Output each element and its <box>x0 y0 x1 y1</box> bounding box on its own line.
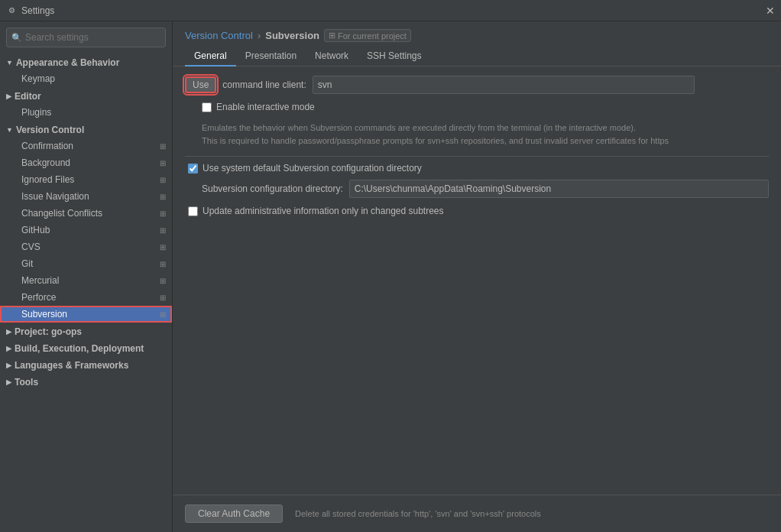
copy-icon: ⊞ <box>160 209 166 218</box>
tab-content-general: Use command line client: Enable interact… <box>173 66 781 495</box>
sidebar-item-label: Issue Navigation <box>21 191 89 202</box>
sidebar-item-git[interactable]: Git ⊞ <box>0 255 172 272</box>
project-badge: ⊞ For current project <box>324 29 411 42</box>
title-bar: ⚙ Settings ✕ <box>0 0 781 21</box>
command-line-row: Use command line client: <box>185 76 769 94</box>
clear-auth-hint: Delete all stored credentials for 'http'… <box>295 509 541 518</box>
sidebar-item-label: Perforce <box>21 292 56 303</box>
copy-icon: ⊞ <box>160 310 166 319</box>
title-bar-left: ⚙ Settings <box>6 5 54 16</box>
tabs-bar: General Presentation Network SSH Setting… <box>173 47 781 66</box>
sidebar-item-changelist-conflicts[interactable]: Changelist Conflicts ⊞ <box>0 205 172 222</box>
sidebar: 🔍 ▼ Appearance & Behavior Keymap ▶ Edito… <box>0 21 173 532</box>
expand-arrow: ▶ <box>6 92 11 100</box>
clear-auth-cache-button[interactable]: Clear Auth Cache <box>185 504 283 523</box>
copy-icon: ⊞ <box>160 193 166 201</box>
expand-arrow: ▼ <box>6 59 13 66</box>
breadcrumb-vc-link[interactable]: Version Control <box>185 30 253 41</box>
config-dir-row: Subversion configuration directory: <box>185 180 769 198</box>
copy-icon: ⊞ <box>160 277 166 285</box>
use-button[interactable]: Use <box>185 76 216 93</box>
search-input[interactable] <box>25 32 160 43</box>
sidebar-item-label: Keymap <box>21 73 55 84</box>
sidebar-item-plugins[interactable]: Plugins <box>0 104 172 121</box>
expand-arrow: ▶ <box>6 378 11 386</box>
update-admin-label: Update administrative information only i… <box>203 206 444 216</box>
sidebar-item-label: Version Control <box>16 125 84 135</box>
expand-arrow: ▶ <box>6 345 11 352</box>
badge-icon: ⊞ <box>329 31 335 41</box>
divider <box>185 156 769 157</box>
sidebar-item-github[interactable]: GitHub ⊞ <box>0 222 172 238</box>
sidebar-item-languages-frameworks[interactable]: ▶ Languages & Frameworks <box>0 356 172 373</box>
use-system-default-row: Use system default Subversion configurat… <box>185 163 769 174</box>
sidebar-item-label: Mercurial <box>21 275 59 286</box>
info-line-1: Emulates the behavior when Subversion co… <box>202 122 769 135</box>
sidebar-item-confirmation[interactable]: Confirmation ⊞ <box>0 138 172 154</box>
breadcrumb-current: Subversion <box>265 30 319 41</box>
bottom-section: Clear Auth Cache Delete all stored crede… <box>173 495 781 532</box>
sidebar-item-mercurial[interactable]: Mercurial ⊞ <box>0 272 172 289</box>
config-dir-input[interactable] <box>349 180 769 198</box>
sidebar-item-editor[interactable]: ▶ Editor <box>0 87 172 104</box>
sidebar-item-label: Background <box>21 157 70 168</box>
sidebar-item-label: Git <box>21 258 33 269</box>
content-area-wrapper: Version Control › Subversion ⊞ For curre… <box>173 21 781 532</box>
sidebar-item-label: GitHub <box>21 225 50 235</box>
badge-text: For current project <box>338 31 407 41</box>
sidebar-item-cvs[interactable]: CVS ⊞ <box>0 238 172 255</box>
tab-presentation[interactable]: Presentation <box>236 47 306 66</box>
tab-ssh-settings[interactable]: SSH Settings <box>358 47 430 66</box>
info-block: Emulates the behavior when Subversion co… <box>185 118 769 150</box>
expand-arrow: ▼ <box>6 126 13 134</box>
search-box[interactable]: 🔍 <box>6 28 166 47</box>
update-admin-row: Update administrative information only i… <box>185 206 769 216</box>
main-layout: 🔍 ▼ Appearance & Behavior Keymap ▶ Edito… <box>0 21 781 532</box>
sidebar-item-build-execution[interactable]: ▶ Build, Execution, Deployment <box>0 339 172 356</box>
enable-interactive-checkbox[interactable] <box>202 102 212 112</box>
tab-general[interactable]: General <box>185 47 236 66</box>
sidebar-item-label: Tools <box>15 377 38 388</box>
sidebar-item-label: Editor <box>15 91 41 102</box>
sidebar-item-label: Confirmation <box>21 141 73 151</box>
sidebar-item-label: Build, Execution, Deployment <box>15 343 144 354</box>
search-icon: 🔍 <box>11 33 22 43</box>
breadcrumb-separator: › <box>258 30 261 41</box>
sidebar-item-label: Languages & Frameworks <box>15 360 128 371</box>
enable-interactive-row: Enable interactive mode <box>185 102 769 112</box>
sidebar-item-label: CVS <box>21 242 41 252</box>
content: Version Control › Subversion ⊞ For curre… <box>173 21 781 532</box>
sidebar-item-project-go-ops[interactable]: ▶ Project: go-ops <box>0 323 172 339</box>
copy-icon: ⊞ <box>160 294 166 302</box>
sidebar-item-keymap[interactable]: Keymap <box>0 70 172 87</box>
sidebar-item-background[interactable]: Background ⊞ <box>0 154 172 171</box>
copy-icon: ⊞ <box>160 176 166 184</box>
sidebar-item-label: Ignored Files <box>21 174 74 185</box>
sidebar-item-perforce[interactable]: Perforce ⊞ <box>0 289 172 306</box>
use-system-default-checkbox[interactable] <box>188 164 198 174</box>
command-line-label: command line client: <box>222 79 306 90</box>
sidebar-item-ignored-files[interactable]: Ignored Files ⊞ <box>0 171 172 188</box>
update-admin-checkbox[interactable] <box>188 206 198 216</box>
copy-icon: ⊞ <box>160 260 166 268</box>
sidebar-item-subversion[interactable]: Subversion ⊞ <box>0 306 172 323</box>
sidebar-item-issue-navigation[interactable]: Issue Navigation ⊞ <box>0 188 172 205</box>
expand-arrow: ▶ <box>6 328 11 336</box>
copy-icon: ⊞ <box>160 142 166 151</box>
tab-network[interactable]: Network <box>306 47 358 66</box>
copy-icon: ⊞ <box>160 243 166 251</box>
command-line-input[interactable] <box>313 76 695 94</box>
settings-icon: ⚙ <box>6 5 17 16</box>
enable-interactive-label: Enable interactive mode <box>216 102 315 112</box>
sidebar-item-appearance-behavior[interactable]: ▼ Appearance & Behavior <box>0 54 172 70</box>
sidebar-item-label: Project: go-ops <box>15 326 82 337</box>
sidebar-item-label: Changelist Conflicts <box>21 208 102 219</box>
copy-icon: ⊞ <box>160 159 166 167</box>
sidebar-item-tools[interactable]: ▶ Tools <box>0 373 172 390</box>
sidebar-item-version-control[interactable]: ▼ Version Control <box>0 121 172 138</box>
sidebar-item-label: Subversion <box>21 309 67 320</box>
copy-icon: ⊞ <box>160 226 166 235</box>
config-dir-label: Subversion configuration directory: <box>202 183 343 194</box>
expand-arrow: ▶ <box>6 362 11 369</box>
close-button[interactable]: ✕ <box>766 5 775 17</box>
